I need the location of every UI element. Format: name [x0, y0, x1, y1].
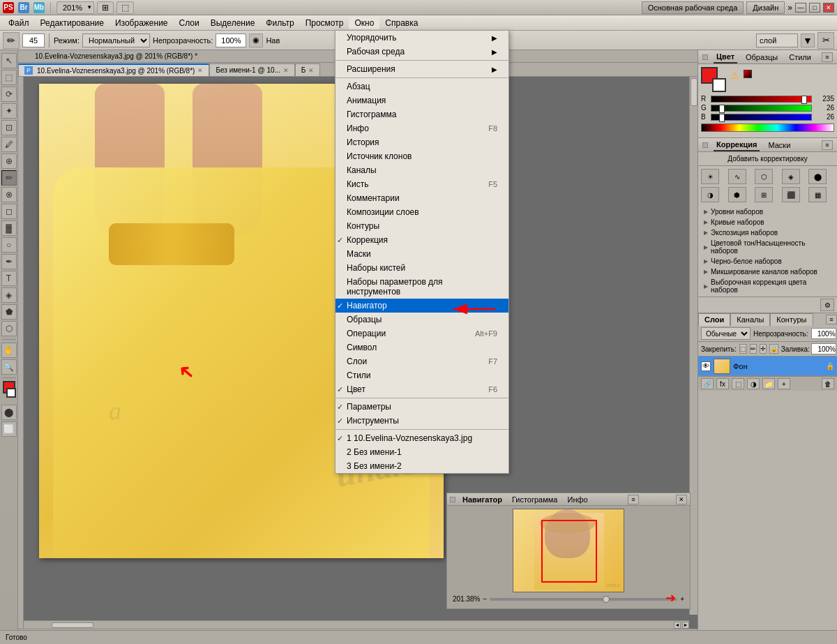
nav-close-icon[interactable]: ✕: [676, 495, 687, 504]
color-gradient-bar[interactable]: [701, 123, 834, 132]
menu-paragraph[interactable]: Абзац: [335, 80, 508, 93]
menu-layers[interactable]: Слои: [174, 17, 205, 29]
corr-exposure[interactable]: ⬡: [755, 169, 773, 184]
menu-layers-item[interactable]: Слои F7: [335, 354, 508, 368]
corr-photo-filter[interactable]: ⬢: [728, 187, 746, 202]
layers-collapse[interactable]: ≡: [826, 315, 837, 324]
r-slider[interactable]: [711, 96, 812, 103]
menu-styles-item[interactable]: Стили: [335, 368, 508, 382]
layer-visibility-toggle[interactable]: 👁: [701, 361, 711, 371]
corr-brightness[interactable]: ☀: [701, 169, 719, 184]
opacity-input[interactable]: [216, 33, 246, 47]
tab-close-3[interactable]: ✕: [308, 67, 314, 74]
tool-magic-wand[interactable]: ✦: [1, 103, 17, 119]
tool-pen[interactable]: ✒: [1, 254, 17, 269]
scrollbar-thumb-v[interactable]: [691, 78, 698, 106]
tool-shape[interactable]: ⬟: [1, 304, 17, 320]
menu-info[interactable]: Инфо F8: [335, 121, 508, 135]
mode-dropdown[interactable]: Нормальный: [82, 33, 150, 47]
menu-select[interactable]: Выделение: [205, 17, 261, 29]
menu-workspace[interactable]: Рабочая среда ▶: [335, 45, 508, 59]
corr-item-2[interactable]: ▶Кривые наборов: [701, 217, 834, 227]
brush-tool-icon[interactable]: ✂: [817, 32, 834, 49]
background-color[interactable]: [6, 388, 16, 398]
scrollbar-thumb-h[interactable]: [52, 622, 93, 628]
tool-healing[interactable]: ⊕: [1, 153, 17, 169]
corr-invert[interactable]: ⬛: [782, 187, 800, 202]
tab-close-1[interactable]: ✕: [197, 67, 203, 74]
layer-mask-btn[interactable]: ⬚: [732, 378, 744, 389]
menu-history[interactable]: История: [335, 135, 508, 149]
menu-navigator-item[interactable]: ✓ Навигатор: [335, 299, 508, 313]
zoom-track[interactable]: [490, 598, 677, 601]
layer-new-btn[interactable]: +: [778, 378, 790, 389]
menu-actions[interactable]: Операции Alt+F9: [335, 327, 508, 340]
layer-select[interactable]: [756, 33, 798, 47]
menu-histogram[interactable]: Гистограмма: [335, 107, 508, 121]
menu-brush-presets[interactable]: Наборы кистей: [335, 261, 508, 275]
tool-crop[interactable]: ⊡: [1, 120, 17, 135]
nav-zoom-plus[interactable]: +: [680, 595, 684, 603]
tab-paths[interactable]: Контуры: [770, 313, 813, 326]
view-options[interactable]: ⊞: [97, 1, 114, 14]
menu-swatches-item[interactable]: Образцы: [335, 313, 508, 327]
menu-extensions[interactable]: Расширения ▶: [335, 62, 508, 76]
menu-brush[interactable]: Кисть F5: [335, 177, 508, 191]
menu-view[interactable]: Просмотр: [300, 17, 349, 29]
menu-arrange[interactable]: Упорядочить ▶: [335, 31, 508, 45]
quick-mask[interactable]: ⬤: [1, 405, 17, 420]
corr-bw[interactable]: ◑: [701, 187, 719, 202]
color-panel-collapse[interactable]: ≡: [822, 52, 833, 62]
tool-3d[interactable]: ⬡: [1, 321, 17, 336]
tool-lasso[interactable]: ⟳: [1, 87, 17, 102]
corr-curves[interactable]: ∿: [728, 169, 746, 184]
menu-file-1[interactable]: ✓ 1 10.Evelina-Voznesenskaya3.jpg: [335, 431, 508, 445]
maximize-button[interactable]: □: [809, 3, 820, 13]
tool-text[interactable]: T: [1, 271, 17, 286]
corr-item-6[interactable]: ▶Микширование каналов наборов: [701, 267, 834, 277]
lock-move[interactable]: ✛: [760, 344, 767, 354]
g-thumb[interactable]: [719, 105, 725, 113]
tool-hand[interactable]: ✋: [1, 343, 17, 358]
layer-adjustment-btn[interactable]: ◑: [747, 378, 760, 389]
menu-file-3[interactable]: 3 Без имени-2: [335, 459, 508, 473]
tool-move[interactable]: ↖: [1, 53, 17, 68]
background-swatch[interactable]: [712, 78, 726, 92]
corr-hsl[interactable]: ⬤: [808, 169, 827, 184]
corr-posterize[interactable]: ▦: [808, 187, 827, 202]
g-slider[interactable]: [711, 105, 812, 112]
minimize-button[interactable]: —: [795, 3, 806, 13]
menu-clone-source[interactable]: Источник клонов: [335, 149, 508, 163]
workspace-design-button[interactable]: Дизайн: [746, 1, 785, 14]
r-thumb[interactable]: [801, 96, 807, 104]
menu-masks-item[interactable]: Маски: [335, 247, 508, 261]
canvas-tab-1[interactable]: P 10.Evelina-Voznesenskaya3.jpg @ 201% (…: [18, 63, 209, 76]
menu-animation[interactable]: Анимация: [335, 93, 508, 107]
tab-channels[interactable]: Каналы: [730, 313, 770, 326]
canvas-tab-2[interactable]: Без имени-1 @ 10... ✕: [209, 63, 294, 76]
fill-input[interactable]: [811, 343, 836, 354]
menu-comments[interactable]: Комментарии: [335, 191, 508, 205]
menu-color-item[interactable]: ✓ Цвет F6: [335, 382, 508, 396]
corr-item-1[interactable]: ▶Уровни наборов: [701, 207, 834, 217]
menu-file[interactable]: Файл: [3, 17, 35, 29]
tool-path-select[interactable]: ◈: [1, 287, 17, 303]
scroll-right-btn[interactable]: ►: [682, 622, 689, 629]
tab-layers[interactable]: Слои: [698, 313, 730, 326]
tab-info[interactable]: Инфо: [564, 495, 590, 504]
tab-histogram[interactable]: Гистограмма: [509, 495, 561, 504]
b-slider[interactable]: [711, 114, 812, 121]
b-thumb[interactable]: [719, 114, 725, 122]
correction-collapse[interactable]: ≡: [822, 140, 833, 150]
layer-delete-btn[interactable]: 🗑: [822, 378, 834, 389]
nav-menu-icon[interactable]: ≡: [628, 495, 639, 504]
corr-item-4[interactable]: ▶Цветовой тон/Насыщенность наборов: [701, 238, 834, 256]
expand-icon[interactable]: »: [787, 3, 792, 13]
menu-image[interactable]: Изображение: [110, 17, 174, 29]
blend-mode-select[interactable]: Обычные: [701, 327, 751, 340]
menu-character[interactable]: Символ: [335, 340, 508, 354]
tab-correction[interactable]: Коррекция: [714, 139, 760, 151]
tool-gradient[interactable]: ▓: [1, 220, 17, 236]
airbrush-icon[interactable]: ◉: [249, 33, 263, 47]
menu-layer-comps[interactable]: Композиции слоев: [335, 205, 508, 219]
